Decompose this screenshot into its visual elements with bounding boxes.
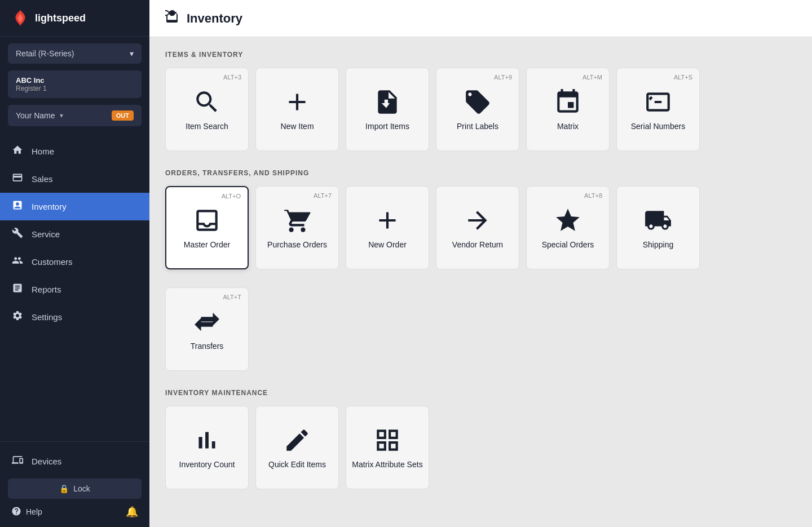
card-new-order-label: New Order xyxy=(364,240,411,249)
card-quick-edit-items[interactable]: Quick Edit Items xyxy=(255,406,339,489)
tag-icon xyxy=(464,88,492,116)
shortcut-item-search: ALT+3 xyxy=(223,74,241,81)
card-item-search[interactable]: ALT+3 Item Search xyxy=(165,68,249,151)
card-shipping[interactable]: Shipping xyxy=(616,186,700,269)
card-special-orders[interactable]: ALT+8 Special Orders xyxy=(526,186,610,269)
card-purchase-orders[interactable]: ALT+7 Purchase Orders xyxy=(255,186,339,269)
items-inventory-grid: ALT+3 Item Search New Item Import Items … xyxy=(165,68,796,151)
shortcut-special-orders: ALT+8 xyxy=(584,192,602,199)
inventory-icon xyxy=(11,200,24,214)
user-name-label: Your Name xyxy=(16,111,55,120)
transfers-grid: ALT+T Transfers xyxy=(165,287,796,371)
shortcut-matrix: ALT+M xyxy=(582,74,602,81)
card-import-items-label: Import Items xyxy=(361,122,414,131)
card-purchase-orders-label: Purchase Orders xyxy=(263,240,332,249)
sidebar-item-home[interactable]: Home xyxy=(0,138,149,165)
page-title: Inventory xyxy=(187,11,242,26)
home-icon xyxy=(11,144,24,158)
sidebar-item-inventory-label: Inventory xyxy=(32,202,67,211)
help-icon xyxy=(11,506,21,518)
card-serial-numbers[interactable]: ALT+S Serial Numbers xyxy=(616,68,700,151)
sidebar-item-sales[interactable]: Sales xyxy=(0,165,149,193)
page-header: Inventory xyxy=(149,0,812,37)
sidebar-item-settings-label: Settings xyxy=(32,312,62,322)
sidebar-item-customers-label: Customers xyxy=(32,257,73,267)
section-orders: ORDERS, TRANSFERS, AND SHIPPING ALT+O Ma… xyxy=(165,169,796,371)
lock-button[interactable]: 🔒 Lock xyxy=(8,479,142,499)
card-import-items[interactable]: Import Items xyxy=(346,68,429,151)
inventory-header-icon xyxy=(165,10,179,26)
card-transfers-label: Transfers xyxy=(186,342,228,351)
card-matrix-label: Matrix xyxy=(553,122,583,131)
matrix-icon xyxy=(554,88,582,116)
section-title-maintenance: INVENTORY MAINTENANCE xyxy=(165,389,796,397)
card-inventory-count-label: Inventory Count xyxy=(175,460,240,469)
card-new-item-label: New Item xyxy=(276,122,318,131)
card-matrix-attribute-sets-label: Matrix Attribute Sets xyxy=(347,460,427,469)
card-transfers[interactable]: ALT+T Transfers xyxy=(165,287,249,371)
shortcut-purchase-orders: ALT+7 xyxy=(314,192,332,199)
lock-icon: 🔒 xyxy=(59,484,69,493)
section-title-items: ITEMS & INVENTORY xyxy=(165,51,796,59)
chevron-down-icon: ▾ xyxy=(130,49,134,58)
import-icon xyxy=(373,88,401,116)
sidebar-item-settings[interactable]: Settings xyxy=(0,303,149,331)
sales-icon xyxy=(11,172,24,186)
sidebar-item-home-label: Home xyxy=(32,147,54,156)
cart-icon xyxy=(283,206,311,234)
app-name: lightspeed xyxy=(35,12,86,24)
arrow-right-icon xyxy=(464,206,492,234)
register-name: Register 1 xyxy=(16,85,47,92)
user-chevron-icon: ▾ xyxy=(60,112,63,119)
transfers-icon xyxy=(193,308,221,336)
card-matrix-attribute-sets[interactable]: Matrix Attribute Sets xyxy=(346,406,429,489)
terminal-icon xyxy=(644,88,672,116)
card-new-order[interactable]: New Order xyxy=(346,186,429,269)
shortcut-master-order: ALT+O xyxy=(222,193,241,200)
card-master-order-label: Master Order xyxy=(179,240,235,249)
notification-bell-icon[interactable]: 🔔 xyxy=(126,506,138,518)
card-inventory-count[interactable]: Inventory Count xyxy=(165,406,249,489)
card-item-search-label: Item Search xyxy=(181,122,232,131)
user-row[interactable]: Your Name ▾ OUT xyxy=(8,105,142,126)
sidebar-item-sales-label: Sales xyxy=(32,174,53,184)
orders-grid: ALT+O Master Order ALT+7 Purchase Orders… xyxy=(165,186,796,269)
devices-icon xyxy=(11,454,24,468)
help-label: Help xyxy=(26,507,42,516)
account-selector[interactable]: Retail (R-Series) ▾ xyxy=(8,43,142,64)
search-icon xyxy=(193,88,221,116)
sidebar-item-reports-label: Reports xyxy=(32,285,61,294)
shortcut-print-labels: ALT+9 xyxy=(494,74,512,81)
card-shipping-label: Shipping xyxy=(638,240,678,249)
sidebar-item-inventory[interactable]: Inventory xyxy=(0,193,149,220)
sidebar-item-reports[interactable]: Reports xyxy=(0,276,149,303)
new-order-plus-icon xyxy=(373,206,401,234)
help-link[interactable]: Help xyxy=(11,506,42,518)
sidebar-item-service[interactable]: Service xyxy=(0,220,149,248)
plus-icon xyxy=(283,88,311,116)
service-icon xyxy=(11,227,24,241)
help-row: Help 🔔 xyxy=(8,503,142,520)
main-content: Inventory ITEMS & INVENTORY ALT+3 Item S… xyxy=(149,0,812,527)
sidebar-item-devices[interactable]: Devices xyxy=(8,449,142,474)
sidebar-item-customers[interactable]: Customers xyxy=(0,248,149,276)
grid-icon xyxy=(373,426,401,454)
section-title-orders: ORDERS, TRANSFERS, AND SHIPPING xyxy=(165,169,796,177)
reports-icon xyxy=(11,282,24,296)
sidebar: lightspeed Retail (R-Series) ▾ ABC Inc R… xyxy=(0,0,149,527)
section-items-inventory: ITEMS & INVENTORY ALT+3 Item Search New … xyxy=(165,51,796,151)
shortcut-transfers: ALT+T xyxy=(223,294,241,300)
main-nav: Home Sales Inventory Service xyxy=(0,133,149,441)
sidebar-logo: lightspeed xyxy=(0,0,149,37)
account-selector-label: Retail (R-Series) xyxy=(16,49,74,58)
card-vendor-return[interactable]: Vendor Return xyxy=(436,186,519,269)
card-print-labels[interactable]: ALT+9 Print Labels xyxy=(436,68,519,151)
card-matrix[interactable]: ALT+M Matrix xyxy=(526,68,610,151)
card-master-order[interactable]: ALT+O Master Order xyxy=(165,186,249,269)
truck-icon xyxy=(644,206,672,234)
sidebar-bottom: Devices 🔒 Lock Help 🔔 xyxy=(0,441,149,527)
card-special-orders-label: Special Orders xyxy=(537,240,599,249)
card-new-item[interactable]: New Item xyxy=(255,68,339,151)
star-icon xyxy=(554,206,582,234)
company-name: ABC Inc xyxy=(16,76,47,85)
